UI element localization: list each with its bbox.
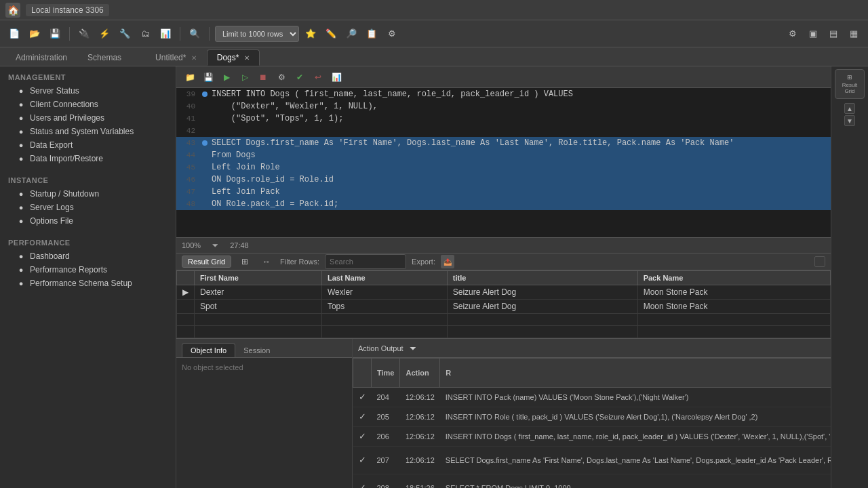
line-number: 40 <box>176 100 201 113</box>
table-cell: Seizure Alert Dog <box>447 285 637 300</box>
code-editor[interactable]: 39INSERT INTO Dogs ( first_name, last_na… <box>176 88 831 237</box>
export-icon[interactable]: 📤 <box>441 255 454 268</box>
sidebar-item-server-logs[interactable]: ● Server Logs <box>0 201 176 214</box>
object-info-panel: Object Info Session No object selected <box>176 339 353 488</box>
wrap-btn[interactable]: ↔ <box>258 253 275 270</box>
column-header[interactable]: Last Name <box>321 271 447 285</box>
table2-btn[interactable]: 📋 <box>363 25 380 43</box>
run-btn[interactable]: ▶ <box>218 69 235 85</box>
column-header[interactable]: First Name <box>195 271 322 285</box>
client-conn-icon: ● <box>16 100 26 109</box>
untitled-tab-close[interactable]: ✕ <box>191 54 197 62</box>
result-area: Result Grid ⊞ ↔ Filter Rows: Export: 📤 F… <box>176 253 831 339</box>
star-btn[interactable]: ⭐ <box>302 25 319 43</box>
list-item[interactable]: ✓20712:06:12SELECT Dogs.first_name As 'F… <box>353 446 831 474</box>
scroll-up[interactable]: ▲ <box>844 103 855 114</box>
view-btn2[interactable]: ▤ <box>825 25 842 43</box>
sidebar-item-startup-shutdown[interactable]: ● Startup / Shutdown <box>0 187 176 201</box>
sidebar-item-users[interactable]: ● Users and Privileges <box>0 111 176 125</box>
table-row[interactable]: SpotTopsSeizure Alert DogMoon Stone Pack <box>177 300 831 314</box>
sidebar-item-dashboard[interactable]: ● Dashboard <box>0 249 176 263</box>
dogs-tab-close[interactable]: ✕ <box>244 54 250 62</box>
disconnect-btn[interactable]: ⚡ <box>96 25 113 43</box>
list-item[interactable]: ✓20412:06:12INSERT INTO Pack (name) VALU… <box>353 388 831 407</box>
sidebar-item-perf-reports[interactable]: ● Performance Reports <box>0 263 176 277</box>
column-header[interactable]: title <box>447 271 637 285</box>
settings-btn[interactable]: ⚙ <box>383 25 401 43</box>
sidebar-item-options-file[interactable]: ● Options File <box>0 214 176 228</box>
tab-schemas[interactable]: Schemas <box>77 49 132 66</box>
sidebar-item-data-import[interactable]: ● Data Import/Restore <box>0 152 176 165</box>
grid-view-btn[interactable]: ⊞ <box>237 253 253 270</box>
ao-row-time: 18:51:26 <box>400 474 440 488</box>
sep1 <box>69 27 70 41</box>
list-item[interactable]: ✓20818:51:26SELECT * FROM Dogs LIMIT 0, … <box>353 474 831 488</box>
tab-untitled[interactable]: Untitled* ✕ <box>145 49 207 66</box>
run-sel-btn[interactable]: ▷ <box>237 69 253 85</box>
code-line: 45Left Join Role <box>176 161 831 174</box>
connect-btn[interactable]: 🔌 <box>75 25 93 43</box>
new-file-btn[interactable]: 📄 <box>5 25 23 43</box>
table-btn[interactable]: 📊 <box>157 25 174 43</box>
startup-label: Startup / Shutdown <box>30 189 99 199</box>
debug-btn[interactable]: ⚙ <box>273 69 290 85</box>
column-header[interactable]: Pack Name <box>637 271 830 285</box>
status-ok-icon: ✓ <box>353 388 372 407</box>
result-grid-btn[interactable]: Result Grid <box>182 256 231 268</box>
ao-column-header: Time <box>372 359 400 388</box>
limit-select[interactable]: Limit to 1000 rows Limit to 200 rows Don… <box>215 26 299 42</box>
sep3 <box>209 27 210 41</box>
btab-object-info[interactable]: Object Info <box>182 343 235 357</box>
open-btn[interactable]: 📂 <box>26 25 43 43</box>
sidebar-item-perf-schema[interactable]: ● Performance Schema Setup <box>0 277 176 290</box>
ao-row-time: 12:06:12 <box>400 388 440 407</box>
result-grid-rp-btn[interactable]: ⊞ ResultGrid <box>835 69 865 99</box>
sidebar-item-server-status[interactable]: ● Server Status <box>0 84 176 98</box>
table-cell: Dexter <box>195 285 322 300</box>
sidebar-item-data-export[interactable]: ● Data Export <box>0 138 176 152</box>
commit-btn[interactable]: ✔ <box>292 69 308 85</box>
save-ed-btn[interactable]: 💾 <box>200 69 216 85</box>
manage-btn[interactable]: 🔧 <box>116 25 134 43</box>
line-content <box>209 125 831 137</box>
line-number: 45 <box>176 161 201 174</box>
table-cell: Moon Stone Pack <box>637 300 830 314</box>
table-row[interactable]: ▶DexterWexlerSeizure Alert DogMoon Stone… <box>177 285 831 300</box>
view-btn1[interactable]: ▣ <box>804 25 822 43</box>
gear-icon[interactable]: ⚙ <box>784 25 802 43</box>
schema-btn[interactable]: 🗂 <box>136 25 154 43</box>
ao-row-id: 204 <box>372 388 400 407</box>
users-icon: ● <box>16 113 26 123</box>
row-selector: ▶ <box>177 285 195 300</box>
copy-btn[interactable] <box>814 256 825 267</box>
top-bar: 🏠 Local instance 3306 <box>0 0 868 20</box>
sidebar-item-client-connections[interactable]: ● Client Connections <box>0 98 176 111</box>
find-btn[interactable]: 🔍 <box>186 25 203 43</box>
options-file-icon: ● <box>16 216 26 226</box>
tab-administration[interactable]: Administration <box>5 49 77 66</box>
sidebar-item-status-vars[interactable]: ● Status and System Variables <box>0 125 176 138</box>
main-container: MANAGEMENT ● Server Status ● Client Conn… <box>0 66 868 488</box>
line-number: 44 <box>176 149 201 161</box>
scroll-down[interactable]: ▼ <box>844 115 855 126</box>
line-dot <box>201 125 209 137</box>
edit-btn[interactable]: ✏️ <box>322 25 340 43</box>
code-line: 41 ("Spot", "Tops", 1, 1); <box>176 113 831 125</box>
tab-dogs[interactable]: Dogs* ✕ <box>207 49 260 66</box>
zoom-btn[interactable]: 🔎 <box>342 25 360 43</box>
explain-btn[interactable]: 📊 <box>328 69 344 85</box>
rollback-btn[interactable]: ↩ <box>310 69 326 85</box>
table-cell: Moon Stone Pack <box>637 285 830 300</box>
status-vars-icon: ● <box>16 127 26 136</box>
btab-session[interactable]: Session <box>235 344 278 357</box>
table-row-empty <box>177 326 831 338</box>
list-item[interactable]: ✓20512:06:12INSERT INTO Role ( title, pa… <box>353 407 831 426</box>
folder-btn[interactable]: 📁 <box>182 69 198 85</box>
stop-btn[interactable]: ⏹ <box>255 69 271 85</box>
view-btn3[interactable]: ▦ <box>845 25 863 43</box>
save-btn[interactable]: 💾 <box>46 25 64 43</box>
search-input[interactable] <box>325 254 406 269</box>
home-icon[interactable]: 🏠 <box>5 3 20 18</box>
list-item[interactable]: ✓20612:06:12INSERT INTO Dogs ( first_nam… <box>353 426 831 446</box>
ao-row-action: SELECT Dogs.first_name As 'First Name', … <box>440 446 831 474</box>
